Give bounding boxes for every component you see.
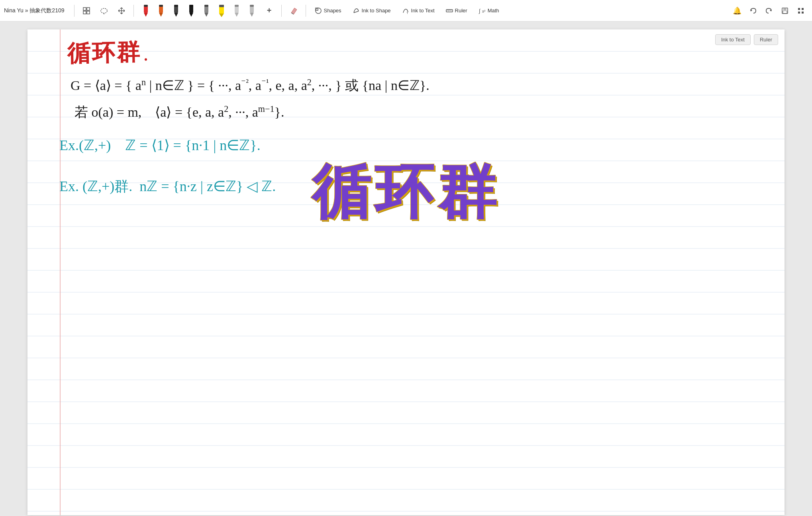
page-title-area: 循环群 . [67, 37, 148, 68]
svg-text:∫: ∫ [479, 8, 481, 14]
svg-rect-20 [204, 5, 208, 7]
math-formula-line1: G = ⟨a⟩ = { an | n∈ℤ } = { ···, a⁻², a⁻¹… [71, 76, 430, 95]
svg-rect-11 [159, 5, 163, 7]
orange-pen-icon [157, 4, 165, 18]
save-icon [781, 7, 789, 15]
svg-marker-41 [751, 9, 752, 12]
svg-rect-14 [174, 5, 178, 7]
canvas-area: 循环群 . G = ⟨a⟩ = { an | n∈ℤ } = { ···, a⁻… [0, 22, 812, 516]
svg-rect-45 [783, 11, 787, 14]
redo-icon [765, 7, 773, 15]
black-pen-button[interactable] [184, 4, 198, 18]
add-pen-button[interactable]: + [262, 4, 277, 18]
undo-icon [749, 7, 757, 15]
math-button[interactable]: ∫ x² Math [475, 6, 503, 16]
undo-button[interactable] [746, 4, 760, 18]
example-line1: Ex.(ℤ,+) ℤ = ⟨1⟩ = {n·1 | n∈ℤ}. [59, 137, 261, 154]
page-wrapper: 循环群 . G = ⟨a⟩ = { an | n∈ℤ } = { ···, a⁻… [0, 22, 812, 516]
pan-icon [117, 6, 126, 15]
gray-pen-icon [203, 4, 210, 18]
pan-tool-button[interactable] [114, 4, 129, 18]
notebook-page[interactable]: 循环群 . G = ⟨a⟩ = { an | n∈ℤ } = { ···, a⁻… [27, 29, 785, 515]
lasso-icon [100, 6, 108, 15]
svg-marker-19 [204, 13, 208, 17]
svg-marker-25 [235, 13, 239, 17]
ink-to-text-button[interactable]: T Ink to Text [398, 6, 439, 16]
svg-rect-23 [219, 5, 224, 7]
page-title: 循环群 [67, 37, 141, 69]
svg-rect-1 [87, 8, 90, 10]
svg-marker-13 [174, 13, 178, 17]
svg-marker-7 [144, 13, 148, 17]
pen-group [139, 4, 259, 18]
toolbar-right: 🔔 [730, 4, 808, 18]
dark-pen-button[interactable] [169, 4, 183, 18]
overlay-title: 循环群 [312, 153, 500, 233]
svg-rect-17 [189, 5, 193, 7]
grid-button[interactable] [794, 4, 808, 18]
ink-to-text-label: Ink to Text [411, 8, 435, 14]
math-label: Math [488, 8, 499, 14]
silver-pen-icon [248, 4, 255, 18]
svg-rect-49 [802, 12, 804, 14]
ink-to-shape-button[interactable]: Ink to Shape [349, 6, 395, 16]
title-period: . [143, 42, 148, 65]
svg-rect-48 [798, 12, 800, 14]
svg-text:T: T [406, 11, 408, 14]
svg-marker-28 [250, 13, 254, 17]
lasso-tool-button[interactable] [97, 4, 111, 18]
page-ink-to-text-button[interactable]: Ink to Text [715, 34, 751, 45]
svg-rect-46 [798, 8, 800, 10]
svg-rect-21 [219, 6, 224, 14]
yellow-highlighter-icon [218, 4, 225, 18]
shapes-button[interactable]: Shapes [311, 6, 345, 16]
math-icon: ∫ x² [479, 7, 486, 14]
notification-button[interactable]: 🔔 [730, 4, 744, 18]
page-content: 循环群 . G = ⟨a⟩ = { an | n∈ℤ } = { ···, a⁻… [27, 29, 785, 515]
ruler-button[interactable]: Ruler [442, 6, 471, 16]
selection-tool-button[interactable] [79, 4, 94, 18]
svg-marker-10 [159, 13, 163, 17]
svg-text:x²: x² [482, 9, 486, 14]
toolbar: Nina Yu » 抽象代数2109 [0, 0, 812, 22]
selection-icon [82, 6, 91, 15]
svg-marker-16 [189, 13, 193, 17]
light-pen-button[interactable] [229, 4, 244, 18]
gray-pen-button[interactable] [199, 4, 214, 18]
save-button[interactable] [778, 4, 792, 18]
red-pen-icon [142, 4, 149, 18]
orange-pen-button[interactable] [154, 4, 168, 18]
ink-to-shape-icon [353, 7, 360, 14]
svg-rect-26 [235, 5, 239, 7]
math-formula-line2: 若 o(a) = m, ⟨a⟩ = {e, a, a2, ···, am−1}. [75, 103, 284, 121]
shapes-icon [315, 7, 322, 14]
silver-pen-button[interactable] [245, 4, 259, 18]
eraser-button[interactable] [286, 4, 301, 18]
shapes-label: Shapes [324, 8, 341, 14]
toolbar-divider-2 [133, 5, 134, 17]
toolbar-divider-1 [74, 5, 75, 17]
yellow-highlighter-button[interactable] [214, 4, 229, 18]
svg-rect-44 [783, 8, 787, 10]
ink-to-shape-label: Ink to Shape [362, 8, 391, 14]
svg-point-31 [316, 8, 321, 14]
grid-icon [797, 7, 805, 15]
svg-rect-8 [144, 5, 148, 7]
toolbar-title: Nina Yu » 抽象代数2109 [4, 7, 65, 14]
ruler-icon [446, 7, 453, 14]
dark-pen-icon [173, 4, 180, 18]
red-pen-button[interactable] [139, 4, 153, 18]
svg-rect-29 [250, 5, 254, 7]
svg-rect-47 [802, 8, 804, 10]
svg-marker-22 [219, 14, 224, 17]
toolbar-divider-3 [281, 5, 282, 17]
redo-button[interactable] [762, 4, 776, 18]
svg-marker-42 [770, 9, 771, 12]
svg-rect-3 [87, 11, 90, 14]
black-pen-icon [188, 4, 195, 18]
page-ruler-button[interactable]: Ruler [754, 34, 778, 45]
svg-rect-0 [83, 8, 86, 10]
example-line2: Ex. (ℤ,+)群. nℤ = {n·z | z∈ℤ} ◁ ℤ. [59, 177, 276, 196]
svg-rect-34 [446, 10, 453, 12]
ink-to-text-icon: T [402, 7, 409, 14]
